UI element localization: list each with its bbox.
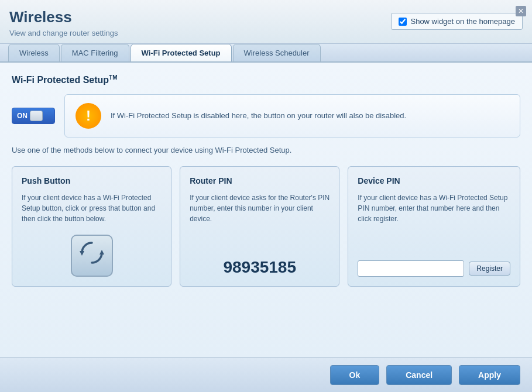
header: Wireless View and change router settings… xyxy=(0,0,532,44)
warning-text: If Wi-Fi Protected Setup is disabled her… xyxy=(111,110,406,122)
close-icon: ✕ xyxy=(518,7,524,15)
device-pin-input[interactable] xyxy=(358,260,464,277)
tab-wps[interactable]: Wi-Fi Protected Setup xyxy=(131,44,232,61)
router-pin-desc: If your client device asks for the Route… xyxy=(190,192,330,236)
push-button-center xyxy=(22,235,162,277)
toggle-row: ON ! If Wi-Fi Protected Setup is disable… xyxy=(12,94,520,137)
push-button-panel: Push Button If your client device has a … xyxy=(12,166,171,287)
tab-wireless[interactable]: Wireless xyxy=(8,44,60,61)
router-pin-center: 98935185 xyxy=(190,246,330,277)
widget-checkbox-label[interactable]: Show widget on the homepage xyxy=(391,13,523,30)
router-pin-panel: Router PIN If your client device asks fo… xyxy=(180,166,339,287)
apply-button[interactable]: Apply xyxy=(459,365,520,385)
svg-marker-1 xyxy=(99,250,104,255)
wps-toggle[interactable]: ON xyxy=(12,108,55,124)
ok-button[interactable]: Ok xyxy=(330,365,380,385)
page-title: Wireless xyxy=(9,8,118,26)
register-button[interactable]: Register xyxy=(469,262,510,276)
toggle-knob xyxy=(30,111,43,121)
page-subtitle: View and change router settings xyxy=(9,29,118,37)
widget-label-text: Show widget on the homepage xyxy=(410,17,515,26)
warning-box: ! If Wi-Fi Protected Setup is disabled h… xyxy=(64,94,520,137)
device-pin-row: Register xyxy=(358,260,510,277)
main-content: Wi-Fi Protected SetupTM ON ! If Wi-Fi Pr… xyxy=(0,63,532,357)
info-bar: Use one of the methods below to connect … xyxy=(12,146,520,154)
warning-icon: ! xyxy=(75,103,101,129)
widget-checkbox[interactable] xyxy=(399,18,407,26)
section-title: Wi-Fi Protected SetupTM xyxy=(12,74,520,85)
tab-mac-filtering[interactable]: MAC Filtering xyxy=(61,44,129,61)
router-pin-value: 98935185 xyxy=(223,258,296,277)
close-button[interactable]: ✕ xyxy=(516,6,526,16)
tabs-bar: Wireless MAC Filtering Wi-Fi Protected S… xyxy=(0,44,532,63)
header-right: Show widget on the homepage xyxy=(391,13,523,30)
wps-icon[interactable] xyxy=(71,235,113,277)
device-pin-title: Device PIN xyxy=(358,176,510,185)
footer: Ok Cancel Apply xyxy=(0,357,532,392)
router-pin-title: Router PIN xyxy=(190,176,330,185)
header-left: Wireless View and change router settings xyxy=(9,8,118,37)
svg-marker-0 xyxy=(80,251,84,256)
device-pin-panel: Device PIN If your client device has a W… xyxy=(348,166,520,287)
cancel-button[interactable]: Cancel xyxy=(386,365,452,385)
wps-arrows-icon xyxy=(77,238,107,273)
columns: Push Button If your client device has a … xyxy=(12,166,520,287)
toggle-on-label: ON xyxy=(17,112,28,120)
tab-scheduler[interactable]: Wireless Scheduler xyxy=(233,44,321,61)
push-button-title: Push Button xyxy=(22,176,162,185)
device-pin-desc: If your client device has a Wi-Fi Protec… xyxy=(358,192,510,249)
push-button-desc: If your client device has a Wi-Fi Protec… xyxy=(22,192,162,224)
